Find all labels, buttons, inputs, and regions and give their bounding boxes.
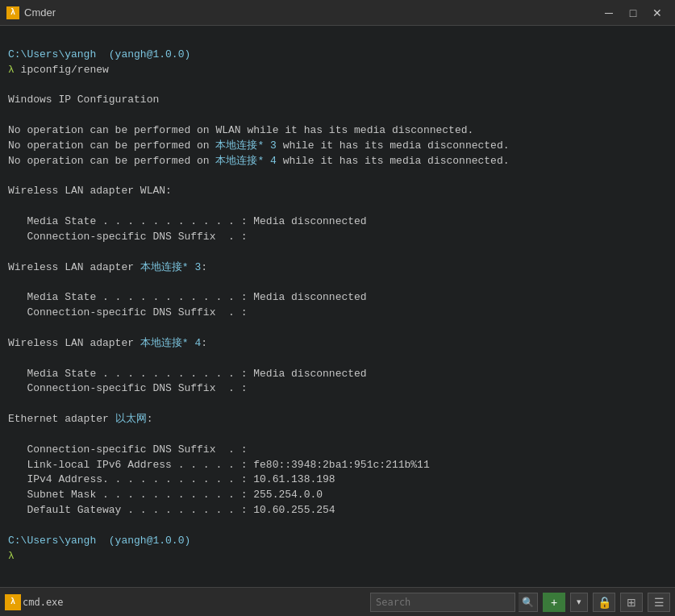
eth-ipv4: IPv4 Address. . . . . . . . . . . : 10.6… [8,473,335,485]
hamburger-icon: ☰ [654,596,665,609]
status-icon-label: λ [10,597,15,606]
add-icon: + [551,596,557,609]
lock-button[interactable]: 🔒 [593,593,615,612]
section-wlan3: Wireless LAN adapter 本地连接* 3: [8,261,207,273]
close-button[interactable]: ✕ [646,3,669,23]
search-icon: 🔍 [522,597,534,608]
grid-button[interactable]: ⊞ [620,593,643,612]
title-bar: λ Cmder ─ □ ✕ [0,0,675,26]
grid-icon: ⊞ [627,596,636,609]
lambda-2: λ [8,550,15,562]
wlan4-dns: Connection-specific DNS Suffix . : [8,382,247,394]
prompt-user-2: (yangh@1.0.0) [96,535,190,547]
eth-dns: Connection-specific DNS Suffix . : [8,443,247,456]
minimize-button[interactable]: ─ [598,3,620,23]
lambda-1: λ [8,64,15,76]
app-icon: λ [6,6,19,19]
wlan-media: Media State . . . . . . . . . . . : Medi… [8,215,367,227]
prompt-user-1: (yangh@1.0.0) [96,48,190,60]
app-icon-label: λ [10,8,15,17]
status-app-icon: λ [5,594,21,610]
output-line-3: No operation can be performed on 本地连接* 3… [8,139,510,152]
wlan3-media: Media State . . . . . . . . . . . : Medi… [8,291,367,303]
eth-gateway: Default Gateway . . . . . . . . . : 10.6… [8,504,335,516]
output-line-1: Windows IP Configuration [8,94,159,106]
prompt-path-1: C:\Users\yangh [8,48,96,60]
status-bar: λ cmd.exe 🔍 + ▾ 🔒 ⊞ ☰ [0,587,675,616]
window-title: Cmder [24,6,598,19]
section-ethernet: Ethernet adapter 以太网: [8,413,152,425]
exe-label: cmd.exe [23,597,64,608]
search-box [370,593,515,612]
output-line-2: No operation can be performed on WLAN wh… [8,124,473,136]
section-wlan: Wireless LAN adapter WLAN: [8,185,172,197]
wlan3-dns: Connection-specific DNS Suffix . : [8,306,247,318]
lock-icon: 🔒 [598,596,611,609]
dropdown-button[interactable]: ▾ [570,593,588,612]
maximize-button[interactable]: □ [622,3,644,23]
terminal-output: C:\Users\yangh (yangh@1.0.0) λ ipconfig/… [0,26,675,587]
window-controls: ─ □ ✕ [598,3,669,23]
search-button[interactable]: 🔍 [519,593,538,612]
status-icon-area: λ cmd.exe [5,594,70,610]
eth-subnet: Subnet Mask . . . . . . . . . . . : 255.… [8,489,323,501]
eth-ipv6: Link-local IPv6 Address . . . . . : fe80… [8,459,430,471]
chevron-down-icon: ▾ [577,597,581,607]
wlan4-media: Media State . . . . . . . . . . . : Medi… [8,368,367,380]
command-text: ipconfig/renew [15,64,109,76]
prompt-path-2: C:\Users\yangh [8,535,96,547]
output-line-4: No operation can be performed on 本地连接* 4… [8,155,510,167]
section-wlan4: Wireless LAN adapter 本地连接* 4: [8,337,207,349]
add-tab-button[interactable]: + [543,593,565,612]
menu-button[interactable]: ☰ [648,593,670,612]
wlan-dns: Connection-specific DNS Suffix . : [8,231,247,243]
search-input[interactable] [376,597,510,608]
